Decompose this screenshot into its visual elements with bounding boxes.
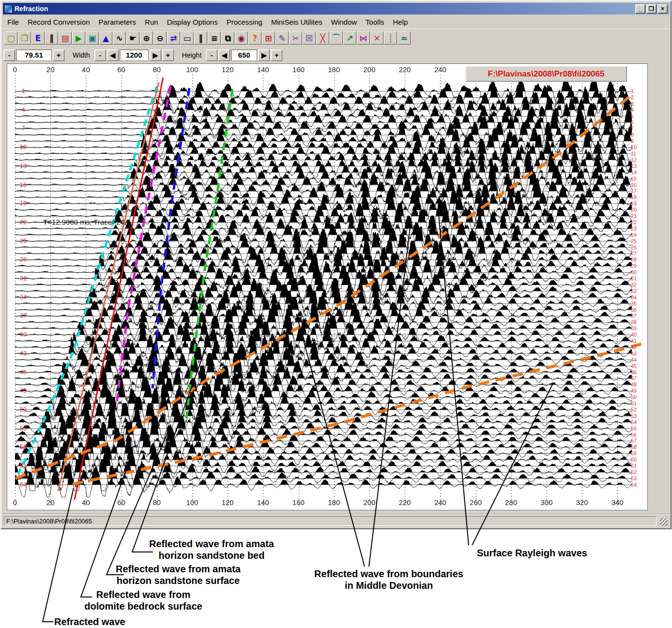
bottom-axis-tick-180: 180 xyxy=(328,498,340,506)
cut-traces-button[interactable]: ✂ xyxy=(289,31,302,45)
block-palette-button[interactable]: ⊞ xyxy=(262,31,275,45)
height-minus-button[interactable]: - xyxy=(206,49,217,61)
cross-curves-button[interactable]: ╳ xyxy=(316,31,329,45)
width-step-left-button[interactable]: ◀ xyxy=(107,49,119,61)
cascade-windows-button[interactable]: ⧉ xyxy=(221,31,234,45)
width-minus-button[interactable]: - xyxy=(94,49,106,61)
pause-button[interactable]: ‖ xyxy=(45,31,58,45)
right-trace-label-24: 24 xyxy=(631,232,637,238)
edit-notes-button[interactable]: ✎ xyxy=(275,31,289,45)
traveltime-curves-icon: ⋈ xyxy=(359,33,367,43)
title-bar[interactable]: Refraction _ ❒ × xyxy=(3,3,669,15)
right-trace-label-27: 27 xyxy=(631,250,637,256)
top-axis-tick-160: 160 xyxy=(292,65,305,74)
swap-direction-button[interactable]: ⇄ xyxy=(167,31,180,45)
delete-picks-button[interactable]: ☒ xyxy=(303,31,316,45)
amplitude-histogram-button[interactable]: ▲ xyxy=(99,31,112,45)
left-trace-label-10: 10 xyxy=(17,143,30,151)
seismic-section-canvas[interactable] xyxy=(7,64,646,509)
menu-processing[interactable]: Processing xyxy=(222,16,267,28)
bottom-axis-tick-140: 140 xyxy=(257,498,269,506)
vertical-split-button[interactable]: ‖ xyxy=(194,31,207,45)
run-play-button[interactable]: ▶ xyxy=(72,31,85,45)
scale-minus-button[interactable]: - xyxy=(3,49,15,61)
right-trace-label-23: 23 xyxy=(631,226,637,231)
left-trace-label-31: 31 xyxy=(17,275,30,282)
resize-grip[interactable] xyxy=(660,518,668,526)
help-button[interactable]: ? xyxy=(248,31,261,45)
menu-miniseis-utilites[interactable]: MiniSeis Utilites xyxy=(267,16,327,28)
scale-plus-button[interactable]: + xyxy=(53,49,64,61)
right-trace-label-16: 16 xyxy=(631,182,637,188)
right-trace-label-2: 2 xyxy=(631,94,634,100)
height-step-right-button[interactable]: ▶ xyxy=(258,49,270,61)
right-trace-label-57: 57 xyxy=(631,438,637,444)
menu-toolls[interactable]: Toolls xyxy=(361,16,388,28)
width-value-field[interactable]: 1200 xyxy=(120,49,149,61)
open-folder-icon: ❐ xyxy=(21,33,28,43)
open-folder-button[interactable]: ❐ xyxy=(18,31,31,45)
right-trace-label-37: 37 xyxy=(631,313,637,319)
save-convert-button[interactable]: ▤ xyxy=(59,31,72,45)
bottom-axis-tick-100: 100 xyxy=(186,498,198,506)
menu-record-conversion[interactable]: Record Conversion xyxy=(23,16,94,28)
close-button[interactable]: × xyxy=(657,4,668,14)
right-trace-label-61: 61 xyxy=(631,463,637,469)
file-path-button[interactable]: F:\Plavinas\2008\Pr08\fil20065 xyxy=(465,66,627,82)
left-trace-label-28: 28 xyxy=(17,256,30,263)
top-axis-tick-200: 200 xyxy=(363,65,375,74)
zoom-out-button[interactable]: ⊖ xyxy=(153,31,167,45)
menu-run[interactable]: Run xyxy=(140,16,163,28)
curve-fit-button[interactable]: ↗ xyxy=(343,31,356,45)
left-trace-label-61: 61 xyxy=(17,462,30,469)
height-plus-button[interactable]: + xyxy=(271,49,282,61)
height-step-left-button[interactable]: ◀ xyxy=(218,49,230,61)
wiggle-trace-button[interactable]: ∿ xyxy=(113,31,126,45)
pan-hand-button[interactable]: ☛ xyxy=(126,31,139,45)
menu-display-options[interactable]: Display Options xyxy=(163,16,222,28)
right-trace-label-38: 38 xyxy=(631,319,637,325)
minimize-button[interactable]: _ xyxy=(635,4,645,14)
surface-rayleigh-label-line-1: Surface Rayleigh waves xyxy=(477,547,587,559)
left-trace-label-22: 22 xyxy=(17,218,30,226)
window-frame-button[interactable]: ▭ xyxy=(181,31,194,45)
right-trace-label-17: 17 xyxy=(631,188,637,194)
scatter-picks-button[interactable]: ✕ xyxy=(370,31,383,45)
right-trace-label-42: 42 xyxy=(631,344,637,350)
wave-smooth-icon: ≈ xyxy=(400,33,407,43)
refracted-wave-label: Refracted wave xyxy=(54,616,125,628)
left-trace-label-13: 13 xyxy=(17,162,30,169)
traveltime-curves-button[interactable]: ⋈ xyxy=(357,31,370,45)
wave-smooth-button[interactable]: ≈ xyxy=(397,31,411,45)
menu-window[interactable]: Window xyxy=(327,16,361,28)
edit-e-button[interactable]: E xyxy=(31,31,45,45)
menu-help[interactable]: Help xyxy=(388,16,412,28)
menu-parameters[interactable]: Parameters xyxy=(94,16,141,28)
record-target-button[interactable]: ◉ xyxy=(235,31,248,45)
width-plus-button[interactable]: + xyxy=(162,49,174,61)
stop-frame-button[interactable]: ▣ xyxy=(86,31,99,45)
control-bar: - 79.51 + Width - ◀ 1200 ▶ + Height - ◀ … xyxy=(3,47,669,63)
maximize-button[interactable]: ❒ xyxy=(646,4,657,14)
scale-value-field[interactable]: 79.51 xyxy=(16,49,52,61)
width-step-right-button[interactable]: ▶ xyxy=(150,49,161,61)
right-trace-label-1: 1 xyxy=(631,88,634,94)
horizontal-split-button[interactable]: ≡ xyxy=(208,31,221,45)
left-trace-label-40: 40 xyxy=(17,331,30,338)
menu-file[interactable]: File xyxy=(3,16,23,28)
height-value-field[interactable]: 650 xyxy=(231,49,257,61)
right-trace-label-59: 59 xyxy=(631,450,637,456)
trace-marks-button[interactable]: ┊ xyxy=(384,31,397,45)
save-convert-icon: ▤ xyxy=(61,33,69,43)
menu-bar: FileRecord ConversionParametersRunDispla… xyxy=(3,15,669,28)
right-trace-label-58: 58 xyxy=(631,444,637,450)
scatter-picks-icon: ✕ xyxy=(373,33,380,43)
new-file-button[interactable]: ▢ xyxy=(4,31,17,45)
velocity-curves-icon: ⌒ xyxy=(332,32,340,44)
right-trace-label-51: 51 xyxy=(631,400,637,406)
zoom-in-button[interactable]: ⊕ xyxy=(140,31,153,45)
status-bar: F:\Plavinas\2008\Pr08\fil20065 xyxy=(3,514,669,527)
velocity-curves-button[interactable]: ⌒ xyxy=(330,31,343,45)
height-label: Height xyxy=(182,51,201,59)
left-trace-label-55: 55 xyxy=(17,425,30,432)
